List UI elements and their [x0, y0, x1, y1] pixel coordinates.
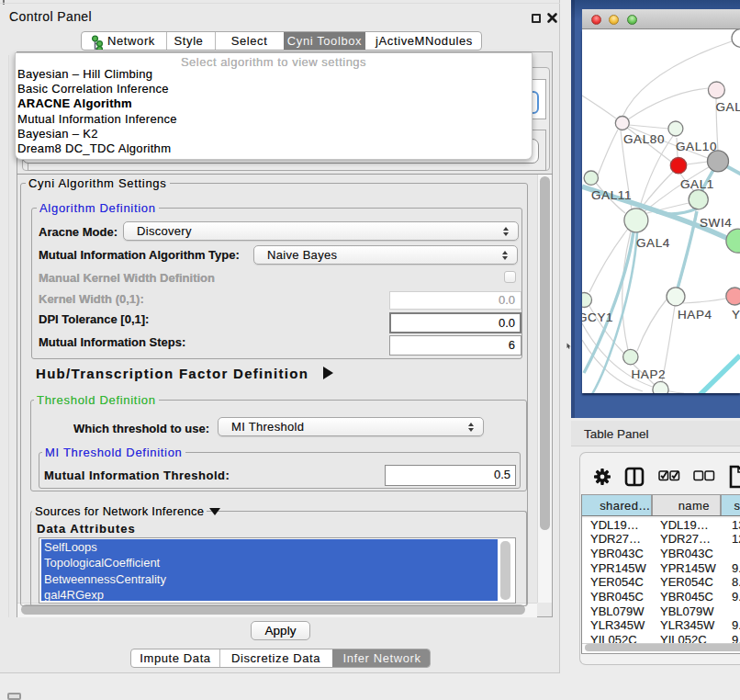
svg-text:GAL11: GAL11	[591, 188, 632, 202]
svg-text:GAL4: GAL4	[636, 236, 670, 250]
svg-text:HAP4: HAP4	[678, 308, 712, 322]
svg-text:GAL80: GAL80	[623, 132, 665, 146]
svg-text:GAL10: GAL10	[676, 140, 717, 153]
svg-text:GCY1: GCY1	[582, 310, 613, 324]
svg-text:GAL7: GAL7	[716, 100, 740, 114]
svg-text:HAP2: HAP2	[632, 367, 667, 381]
svg-text:GAL1: GAL1	[680, 177, 714, 191]
svg-text:SWI4: SWI4	[700, 216, 732, 230]
svg-text:YM: YM	[732, 308, 740, 322]
